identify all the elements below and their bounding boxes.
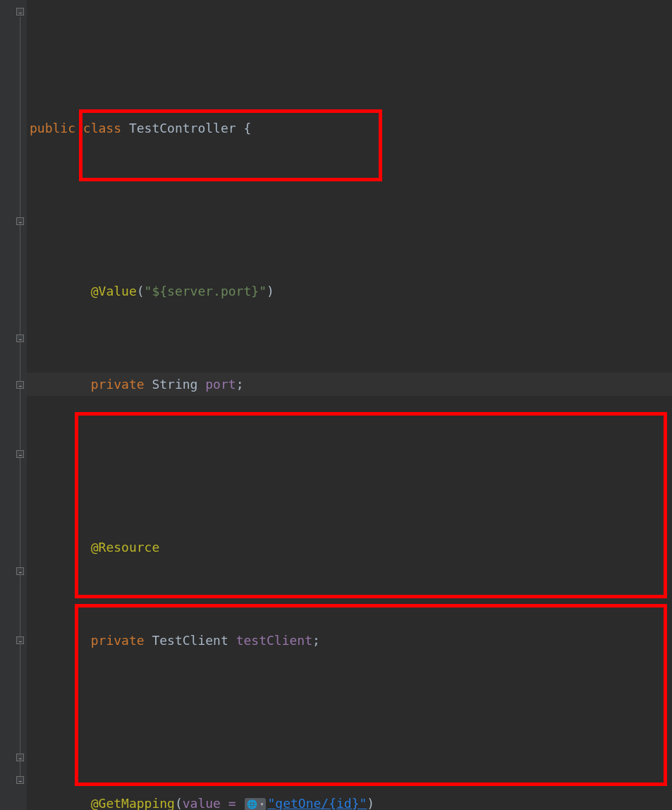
code-line[interactable]: @Value("${server.port}") [30,279,672,303]
code-area[interactable]: public class TestController { @Value("${… [27,0,672,810]
code-line[interactable]: @Resource [30,536,672,559]
code-editor[interactable]: public class TestController { @Value("${… [0,0,672,810]
code-line[interactable]: private String port; [30,373,672,396]
highlight-box-test1 [75,412,667,598]
globe-icon[interactable]: 🌐 [245,798,266,810]
gutter [0,0,27,810]
code-line[interactable]: public class TestController { [30,116,672,140]
code-line[interactable]: @GetMapping(value = 🌐"getOne/{id}") [30,792,672,810]
code-line[interactable]: private TestClient testClient; [30,629,672,652]
